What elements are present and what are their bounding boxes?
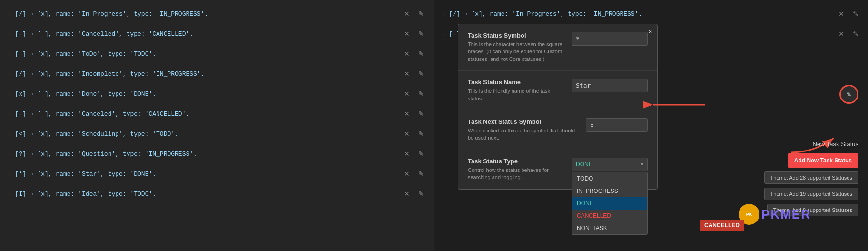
row-actions: ✕ ✎ <box>402 90 426 98</box>
task-row: - [-] → [ ], name: 'Cancelled', type: 'C… <box>0 24 434 44</box>
row-actions: ✕ ✎ <box>402 30 426 38</box>
edit-button[interactable]: ✎ <box>416 150 426 158</box>
edit-button[interactable]: ✎ <box>416 30 426 38</box>
dropdown-option-nontask[interactable]: NON_TASK <box>572 222 647 234</box>
delete-button[interactable]: ✕ <box>837 30 846 38</box>
row-actions: ✕ ✎ <box>402 130 426 138</box>
task-row: - [ ] → [x], name: 'ToDo', type: 'TODO'.… <box>0 44 434 64</box>
row-actions: ✕ ✎ <box>402 70 426 78</box>
task-row-code: - [-] → [ ], name: 'Canceled', type: 'CA… <box>8 110 402 118</box>
edit-button[interactable]: ✎ <box>851 10 860 18</box>
edit-button[interactable]: ✎ <box>416 10 426 18</box>
dropdown-option-done[interactable]: DONE <box>572 197 647 210</box>
modal-close-button[interactable]: × <box>648 28 652 36</box>
type-label-group: Task Status Type Control how the status … <box>468 158 564 181</box>
delete-button[interactable]: ✕ <box>402 50 412 58</box>
theme1-button[interactable]: Theme: Add 28 supported Statuses <box>764 171 858 184</box>
right-panel: - [/] → [x], name: 'In Progress', type: … <box>434 0 868 251</box>
task-row-code: - [I] → [x], name: 'Idea', type: 'TODO'. <box>8 191 402 198</box>
edit-button[interactable]: ✎ <box>416 190 426 198</box>
row-actions: ✕ ✎ <box>402 110 426 118</box>
delete-button[interactable]: ✕ <box>402 130 412 138</box>
edit-button[interactable]: ✎ <box>416 110 426 118</box>
row-actions: ✕ ✎ <box>837 30 860 38</box>
pkmer-area: PK PKMER <box>739 204 811 225</box>
edit-pencil-icon: ✎ <box>847 90 851 99</box>
delete-button[interactable]: ✕ <box>402 70 412 78</box>
task-row: - [I] → [x], name: 'Idea', type: 'TODO'.… <box>0 184 434 204</box>
next-symbol-label: Task Next Status Symbol <box>468 118 578 125</box>
delete-button[interactable]: ✕ <box>402 150 412 158</box>
task-row: - [/] → [x], name: 'In Progress', type: … <box>0 4 434 24</box>
symbol-desc: This is the character between the square… <box>468 41 564 63</box>
symbol-label: Task Status Symbol <box>468 32 564 39</box>
chevron-down-icon: ▾ <box>641 161 643 167</box>
task-row-code: - [<] → [x], name: 'Scheduling', type: '… <box>8 131 402 138</box>
edit-button[interactable]: ✎ <box>416 70 426 78</box>
task-status-modal: × Task Status Symbol This is the charact… <box>458 24 658 190</box>
delete-button[interactable]: ✕ <box>402 10 412 18</box>
name-label: Task Status Name <box>468 79 564 86</box>
delete-button[interactable]: ✕ <box>402 110 412 118</box>
row-actions: ✕ ✎ <box>402 50 426 58</box>
theme2-button[interactable]: Theme: Add 19 supported Statuses <box>764 188 858 200</box>
row-actions: ✕ ✎ <box>402 10 426 18</box>
edit-button[interactable]: ✎ <box>416 170 426 178</box>
cancelled-badge: CANCELLED <box>700 220 744 231</box>
delete-button[interactable]: ✕ <box>402 30 412 38</box>
name-label-group: Task Status Name This is the friendly na… <box>468 79 564 102</box>
dropdown-option-todo[interactable]: TODO <box>572 172 647 185</box>
row-actions: ✕ ✎ <box>837 10 860 18</box>
type-selected-value: DONE <box>576 161 592 168</box>
dropdown-option-inprogress[interactable]: IN_PROGRESS <box>572 185 647 197</box>
pkmer-avatar-icon: PK <box>746 212 752 217</box>
task-row-code: - [/] → [x], name: 'Incomplete', type: '… <box>8 70 402 78</box>
type-select-wrapper: DONE ▾ TODO IN_PROGRESS DONE CANCELLED N… <box>572 158 648 171</box>
type-dropdown-open: TODO IN_PROGRESS DONE CANCELLED NON_TASK <box>572 172 648 235</box>
name-input[interactable] <box>572 79 648 92</box>
task-row-code: - [ ] → [x], name: 'ToDo', type: 'TODO'. <box>8 50 402 58</box>
symbol-label-group: Task Status Symbol This is the character… <box>468 32 564 63</box>
edit-button[interactable]: ✎ <box>851 30 860 38</box>
next-symbol-input[interactable] <box>586 118 648 132</box>
delete-button[interactable]: ✕ <box>402 170 412 178</box>
task-row-code: - [/] → [x], name: 'In Progress', type: … <box>8 10 402 18</box>
name-desc: This is the friendly name of the task st… <box>468 88 564 102</box>
delete-button[interactable]: ✕ <box>837 10 846 18</box>
edit-button[interactable]: ✎ <box>416 130 426 138</box>
symbol-input[interactable] <box>572 32 648 46</box>
task-row-code: - [x] → [ ], name: 'Done', type: 'DONE'. <box>8 90 402 98</box>
delete-button[interactable]: ✕ <box>402 190 412 198</box>
task-row: - [?] → [x], name: 'Question', type: 'IN… <box>0 144 434 164</box>
task-row: - [<] → [x], name: 'Scheduling', type: '… <box>0 124 434 144</box>
type-select-display[interactable]: DONE ▾ <box>572 158 648 171</box>
symbol-section: Task Status Symbol This is the character… <box>458 24 657 71</box>
row-actions: ✕ ✎ <box>402 190 426 198</box>
task-row-code: - [*] → [x], name: 'Star', type: 'DONE'. <box>8 171 402 178</box>
edit-icon-circle[interactable]: ✎ <box>839 85 858 104</box>
dropdown-option-cancelled[interactable]: CANCELLED <box>572 210 647 222</box>
type-desc: Control how the status behaves for searc… <box>468 167 564 181</box>
next-symbol-section: Task Next Status Symbol When clicked on … <box>458 110 657 150</box>
task-row: - [/] → [x], name: 'In Progress', type: … <box>434 4 868 24</box>
task-row: - [x] → [ ], name: 'Done', type: 'DONE'.… <box>0 84 434 104</box>
new-task-status-label: New Task Status <box>812 141 858 148</box>
task-row-code: - [-] → [ ], name: 'Cancelled', type: 'C… <box>8 30 402 38</box>
name-section: Task Status Name This is the friendly na… <box>458 71 657 110</box>
task-row: - [*] → [x], name: 'Star', type: 'DONE'.… <box>0 164 434 184</box>
left-panel: - [/] → [x], name: 'In Progress', type: … <box>0 0 434 251</box>
next-symbol-label-group: Task Next Status Symbol When clicked on … <box>468 118 578 142</box>
delete-button[interactable]: ✕ <box>402 90 412 98</box>
task-row-code: - [/] → [x], name: 'In Progress', type: … <box>442 10 837 18</box>
task-row: - [/] → [x], name: 'Incomplete', type: '… <box>0 64 434 84</box>
type-label: Task Status Type <box>468 158 564 165</box>
row-actions: ✕ ✎ <box>402 170 426 178</box>
task-row: - [-] → [ ], name: 'Canceled', type: 'CA… <box>0 104 434 124</box>
edit-button[interactable]: ✎ <box>416 90 426 98</box>
edit-button[interactable]: ✎ <box>416 50 426 58</box>
add-new-task-status-button[interactable]: Add New Task Status <box>788 153 858 168</box>
pkmer-logo: PKMER <box>761 207 811 222</box>
next-symbol-desc: When clicked on this is the symbol that … <box>468 127 578 142</box>
task-row-code: - [?] → [x], name: 'Question', type: 'IN… <box>8 151 402 158</box>
type-section: Task Status Type Control how the status … <box>458 150 657 189</box>
